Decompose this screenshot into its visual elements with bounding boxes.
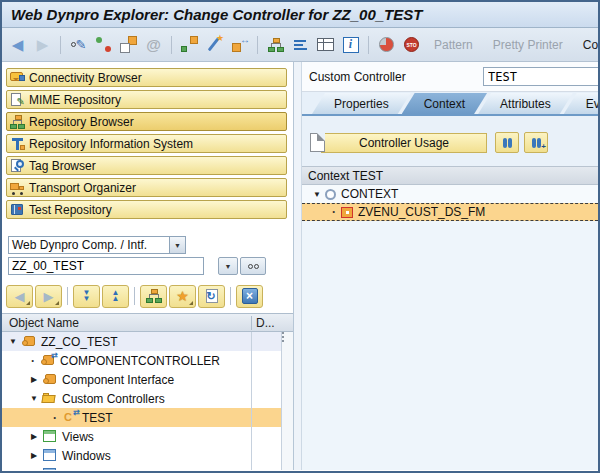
object-name-input[interactable] [8,257,204,275]
pretty-printer-button[interactable]: Pretty Printer [484,38,572,52]
context-root-row[interactable]: ▼ CONTEXT [302,185,598,203]
tree-row-label: TEST [82,411,113,425]
expand-caret-icon[interactable]: ▶ [29,451,39,460]
context-node-label: CONTEXT [341,187,398,201]
column-object-name[interactable]: Object Name [2,316,251,330]
component-interface-icon [42,373,58,386]
sidebar-item-repository-information-system[interactable]: Repository Information System [6,134,287,153]
expand-all-button[interactable]: ▼▼ [73,285,100,308]
sidebar-item-label: Repository Information System [29,137,193,151]
runtime-analysis-button[interactable] [375,33,398,56]
collapse-caret-icon[interactable]: ▼ [8,337,18,346]
detail-view-button[interactable] [314,33,337,56]
sidebar-item-label: Transport Organizer [29,181,136,195]
context-root-icon [325,189,336,200]
display-object-button[interactable] [240,257,266,275]
tree-row-label: ZZ_CO_TEST [41,335,118,349]
open-folder-icon [42,392,58,405]
sto-icon: STO [404,37,419,52]
forward-button[interactable]: ▶ [31,33,54,56]
tab-attributes[interactable]: Attributes [478,93,573,114]
tree-row-componentcontroller[interactable]: · ⇄ COMPONENTCONTROLLER [2,351,293,370]
panel-splitter[interactable] [294,62,302,470]
sidebar-item-label: Repository Browser [29,115,134,129]
tree-row-windows[interactable]: ▶ Windows [2,446,293,465]
info-button[interactable]: i [339,33,362,56]
object-type-select[interactable]: Web Dynpro Comp. / Intf. ▼ [8,236,186,254]
tree-row-partial[interactable]: ▶ [2,465,293,470]
refresh-button[interactable] [92,33,115,56]
find-button[interactable] [495,132,519,153]
context-node-row[interactable]: · ZVENU_CUST_DS_FM [302,203,598,221]
hierarchy-button[interactable] [264,33,287,56]
window-icon [42,468,58,470]
history-back-button[interactable]: ◀ [6,285,33,308]
close-icon: × [242,288,258,304]
sidebar-item-connectivity-browser[interactable]: Connectivity Browser [6,68,287,87]
pencil-icon: ✎ [76,37,87,52]
toolbar-separator [67,287,68,305]
tree-toolbar: ◀ ▶ ▼▼ ▲▲ ★ ↻ × [6,284,293,308]
tab-properties[interactable]: Properties [312,93,411,114]
other-object-button[interactable]: @ [142,33,165,56]
create-icon [181,46,187,52]
controller-detail-panel: Custom Controller Properties Context Att… [302,62,598,470]
sidebar-item-mime-repository[interactable]: ✎ MIME Repository [6,90,287,109]
refresh-tree-button[interactable]: ↻ [198,285,225,308]
controller-icon: C⇄ [62,411,78,424]
collapse-all-button[interactable]: ▲▲ [102,285,129,308]
object-tree: ▼ ZZ_CO_TEST · ⇄ COMPONENTCONTROLLER ▶ C… [2,332,293,470]
tree-row-component[interactable]: ▼ ZZ_CO_TEST [2,332,293,351]
document-icon [310,133,325,152]
sidebar-item-transport-organizer[interactable]: Transport Organizer [6,178,287,197]
find-next-button[interactable]: + [524,132,548,153]
tree-row-label: Windows [62,449,111,463]
glasses-icon [248,264,253,269]
tree-row-custom-controllers[interactable]: ▼ Custom Controllers [2,389,293,408]
column-description[interactable]: D... [251,316,279,330]
expand-caret-icon[interactable]: ▶ [29,375,39,384]
history-forward-button[interactable]: ▶ [35,285,62,308]
context-node-icon [341,207,353,218]
display-change-button[interactable]: ✎ [67,33,90,56]
controller-name-input[interactable] [483,67,598,86]
window-icon [42,449,58,462]
sidebar-item-repository-browser[interactable]: Repository Browser [6,112,287,131]
magnifier-icon [10,159,25,173]
object-name-dropdown-button[interactable]: ▼ [218,257,238,275]
sidebar-item-test-repository[interactable]: Test Repository [6,200,287,219]
controller-usage-button[interactable]: Controller Usage [321,133,487,153]
pattern-button[interactable]: Pattern [425,38,482,52]
collapse-caret-icon[interactable]: ▼ [29,394,39,403]
back-button[interactable]: ◀ [6,33,29,56]
create-button[interactable] [178,33,201,56]
favorites-button[interactable]: ★ [169,285,196,308]
close-browser-button[interactable]: × [236,285,263,308]
copy-button[interactable] [117,33,140,56]
tree-row-component-interface[interactable]: ▶ Component Interface [2,370,293,389]
binoculars-icon [503,138,507,148]
sort-button[interactable] [289,33,312,56]
tree-scrollbar[interactable] [281,332,293,470]
tab-context[interactable]: Context [402,93,487,114]
open-in-new-hierarchy-button[interactable] [140,285,167,308]
expand-caret-icon[interactable]: ▶ [29,432,39,441]
main-toolbar: ◀ ▶ ✎ @ ★ ↔ i STO Pattern Pretty Printer… [2,28,598,62]
test-button[interactable]: ↔ [228,33,251,56]
sidebar-item-label: Test Repository [29,203,112,217]
info-icon: i [343,37,359,53]
component-controller-icon: ⇄ [40,354,56,367]
wizard-button[interactable]: ★ [203,33,226,56]
detail-tabs: Properties Context Attributes Event [302,92,598,114]
pie-chart-icon [379,37,394,52]
repository-browser-panel: Connectivity Browser ✎ MIME Repository R… [2,62,294,470]
sidebar-item-tag-browser[interactable]: Tag Browser [6,156,287,175]
tree-row-views[interactable]: ▶ Views [2,427,293,446]
stop-transaction-button[interactable]: STO [400,33,423,56]
tree-row-test-controller[interactable]: · C⇄ TEST [2,408,293,427]
chevron-down-icon[interactable]: ▼ [169,237,185,253]
controller-menu-button[interactable]: Contro [574,38,598,52]
component-icon [21,335,37,348]
collapse-caret-icon[interactable]: ▼ [312,190,322,199]
column-divider [251,332,252,470]
